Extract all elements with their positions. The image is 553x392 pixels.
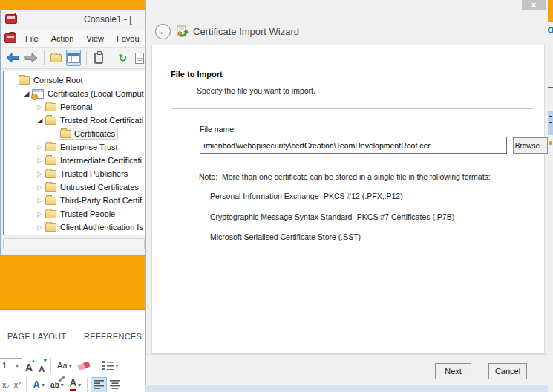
properties-button[interactable] bbox=[92, 50, 105, 66]
chevron-collapsed-icon[interactable]: ▷ bbox=[35, 104, 45, 111]
menu-favourites[interactable]: Favou bbox=[117, 34, 140, 43]
shrink-font-button[interactable]: A ▼ bbox=[36, 357, 48, 373]
eraser-icon bbox=[77, 361, 91, 371]
folder-icon bbox=[45, 157, 56, 165]
selection-fragment bbox=[548, 111, 553, 135]
highlight-color-button[interactable]: ab ▾ bbox=[48, 376, 67, 392]
chevron-down-icon[interactable]: ▾ bbox=[13, 362, 22, 369]
text-fragment bbox=[549, 122, 552, 123]
console-tree-icon bbox=[67, 53, 80, 63]
tree-item-personal[interactable]: ▷ Personal bbox=[4, 100, 145, 114]
export-list-button[interactable]: → bbox=[133, 50, 145, 66]
toolbar-separator bbox=[44, 51, 45, 65]
icon-fragment bbox=[549, 141, 552, 145]
chevron-collapsed-icon[interactable]: ▷ bbox=[35, 224, 45, 231]
tree-item-trusted-publishers[interactable]: ▷ Trusted Publishers bbox=[4, 167, 145, 180]
font-color-button[interactable]: A ▾ bbox=[67, 376, 84, 392]
caret-up-icon: ▲ bbox=[30, 358, 36, 363]
folder-icon bbox=[45, 103, 56, 111]
wizard-back-button[interactable]: ← bbox=[155, 24, 171, 39]
folder-icon bbox=[19, 76, 30, 85]
tree-item-client-authentication[interactable]: ▷ Client Authentication Is bbox=[4, 220, 145, 234]
folder-icon bbox=[45, 197, 56, 205]
superscript-button[interactable]: x² bbox=[12, 380, 23, 389]
mmc-console-window: Console1 - [ File Action View Favou ↑ bbox=[0, 10, 145, 256]
change-case-button[interactable]: Aa ▾ bbox=[54, 357, 74, 373]
folder-icon bbox=[45, 143, 56, 151]
tab-references[interactable]: REFERENCES bbox=[84, 332, 142, 341]
tree-item-enterprise-trust[interactable]: ▷ Enterprise Trust bbox=[4, 140, 145, 154]
cancel-button[interactable]: Cancel bbox=[488, 363, 527, 379]
forward-arrow-button[interactable] bbox=[24, 50, 39, 66]
close-icon: × bbox=[531, 1, 536, 10]
text-effects-button[interactable]: A ▾ bbox=[30, 376, 48, 392]
chevron-collapsed-icon[interactable]: ▷ bbox=[35, 157, 45, 164]
next-button[interactable]: Next bbox=[435, 363, 471, 379]
grow-font-button[interactable]: A ▲ bbox=[22, 357, 36, 373]
file-name-input[interactable] bbox=[200, 137, 507, 154]
close-button[interactable]: × bbox=[522, 0, 546, 10]
divider bbox=[172, 108, 533, 109]
forward-arrow-icon bbox=[24, 53, 39, 63]
tree-item-third-party-root[interactable]: ▷ Third-Party Root Certif bbox=[4, 194, 145, 207]
clear-formatting-button[interactable] bbox=[75, 357, 93, 373]
toolbar-separator bbox=[111, 51, 111, 65]
tree-item-trusted-people[interactable]: ▷ Trusted People bbox=[4, 207, 145, 220]
titlebar-fragment bbox=[548, 0, 553, 22]
chevron-collapsed-icon[interactable]: ▷ bbox=[35, 211, 45, 218]
browse-button[interactable]: Browse... bbox=[513, 137, 548, 154]
up-one-level-button[interactable]: ↑ bbox=[50, 50, 63, 66]
chevron-expanded-icon[interactable]: ◢ bbox=[35, 117, 45, 124]
chevron-collapsed-icon[interactable]: ▷ bbox=[35, 184, 45, 191]
tree-item-trusted-root[interactable]: ◢ Trusted Root Certificati bbox=[4, 114, 145, 127]
ribbon-font-row: 1 ▾ A ▲ A ▼ Aa ▾ bbox=[0, 356, 145, 374]
tree-item-certificates-selected[interactable]: Certificates bbox=[4, 127, 145, 140]
icon-fragment bbox=[548, 27, 553, 33]
tab-page-layout[interactable]: PAGE LAYOUT bbox=[7, 332, 66, 341]
menu-file[interactable]: File bbox=[25, 34, 39, 43]
console-menubar: File Action View Favou bbox=[1, 30, 145, 48]
folder-icon bbox=[45, 170, 56, 178]
chevron-collapsed-icon[interactable]: ▷ bbox=[35, 197, 45, 204]
caret-down-icon: ▼ bbox=[42, 358, 48, 363]
certificate-store-icon bbox=[32, 89, 44, 99]
tree-selection-box[interactable]: Certificates bbox=[59, 128, 118, 140]
refresh-button[interactable]: ↻ bbox=[117, 50, 130, 66]
wizard-footer: Next Cancel bbox=[146, 354, 548, 385]
background-window-sliver bbox=[548, 0, 553, 392]
chevron-down-icon: ▾ bbox=[42, 382, 45, 388]
folder-up-icon: ↑ bbox=[50, 54, 62, 62]
back-arrow-button[interactable] bbox=[5, 50, 20, 66]
tree-item-label: Intermediate Certificati bbox=[60, 156, 142, 165]
tree-item-untrusted-certificates[interactable]: ▷ Untrusted Certificates bbox=[4, 180, 145, 194]
ribbon-separator bbox=[87, 377, 88, 392]
bullet-list-button[interactable]: ▾ bbox=[99, 357, 122, 373]
show-console-tree-button[interactable] bbox=[66, 50, 81, 66]
font-size-combobox[interactable]: 1 ▾ bbox=[0, 358, 22, 373]
chevron-down-icon: ▾ bbox=[61, 382, 64, 388]
console-titlebar[interactable]: Console1 - [ bbox=[1, 10, 145, 30]
align-center-icon bbox=[110, 380, 120, 389]
tree-item-intermediate[interactable]: ▷ Intermediate Certificati bbox=[4, 154, 145, 167]
word-titlebar-block bbox=[0, 256, 145, 310]
tree-item-label: Console Root bbox=[33, 76, 83, 85]
menu-action[interactable]: Action bbox=[51, 34, 74, 43]
folder-icon bbox=[45, 210, 56, 218]
back-arrow-icon bbox=[5, 53, 20, 63]
chevron-expanded-icon[interactable]: ◢ bbox=[22, 91, 32, 97]
tree-item-console-root[interactable]: Console Root bbox=[4, 74, 145, 87]
subscript-button[interactable]: x₂ bbox=[0, 380, 12, 389]
align-center-button[interactable] bbox=[107, 377, 123, 392]
tree-item-label: Certificates (Local Comput bbox=[48, 89, 144, 98]
format-item: Microsoft Serialised Certificate Store (… bbox=[210, 232, 361, 241]
tree-item-certificates-local[interactable]: ◢ Certificates (Local Comput bbox=[4, 87, 145, 100]
refresh-icon: ↻ bbox=[119, 53, 128, 63]
align-left-button[interactable] bbox=[91, 377, 107, 392]
word-document-fragment bbox=[145, 385, 553, 392]
chevron-collapsed-icon[interactable]: ▷ bbox=[35, 171, 45, 177]
divider-fragment bbox=[548, 87, 553, 88]
ribbon-separator bbox=[96, 358, 96, 373]
menu-view[interactable]: View bbox=[86, 34, 104, 43]
chevron-collapsed-icon[interactable]: ▷ bbox=[35, 144, 45, 151]
text-fragment bbox=[549, 116, 552, 117]
